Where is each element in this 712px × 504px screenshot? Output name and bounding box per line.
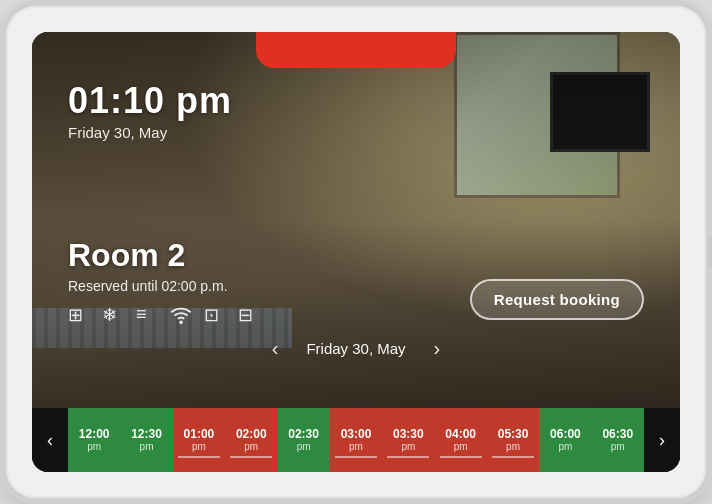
prev-date-button[interactable]: ‹ bbox=[264, 333, 287, 364]
wifi-icon bbox=[170, 304, 194, 328]
timeline-slot[interactable]: 06:30 pm bbox=[592, 408, 644, 472]
timeline-slot[interactable]: 05:30 pm bbox=[487, 408, 539, 472]
room-info: Room 2 Reserved until 02:00 p.m. ⊞ ❄ ≡ bbox=[68, 237, 262, 328]
screen: 01:10 pm Friday 30, May Room 2 Reserved … bbox=[32, 32, 680, 472]
timeline-slot[interactable]: 12:00 pm bbox=[68, 408, 120, 472]
timeline-slots: 12:00 pm 12:30 pm 01:00 pm 02:00 pm 02:3… bbox=[68, 408, 644, 472]
ac-icon: ❄ bbox=[102, 304, 126, 328]
svg-point-0 bbox=[180, 321, 182, 323]
device-frame: 01:10 pm Friday 30, May Room 2 Reserved … bbox=[0, 0, 712, 504]
screen-icon: ⊡ bbox=[204, 304, 228, 328]
current-time: 01:10 pm bbox=[68, 80, 232, 122]
timeline-slot[interactable]: 06:00 pm bbox=[539, 408, 591, 472]
radiator-icon: ≡ bbox=[136, 304, 160, 328]
projector-icon: ⊟ bbox=[238, 304, 262, 328]
timeline-prev-button[interactable]: ‹ bbox=[32, 408, 68, 472]
nav-date-label: Friday 30, May bbox=[306, 340, 405, 357]
timeline: ‹ 12:00 pm 12:30 pm 01:00 pm 02:00 pm 02… bbox=[32, 408, 680, 472]
room-name: Room 2 bbox=[68, 237, 262, 274]
timeline-next-button[interactable]: › bbox=[644, 408, 680, 472]
time-info: 01:10 pm Friday 30, May bbox=[68, 80, 232, 141]
top-status-bar bbox=[256, 32, 456, 68]
timeline-slot[interactable]: 12:30 pm bbox=[120, 408, 172, 472]
date-navigation: ‹ Friday 30, May › bbox=[32, 333, 680, 364]
timeline-slot[interactable]: 01:00 pm bbox=[173, 408, 225, 472]
current-date: Friday 30, May bbox=[68, 124, 232, 141]
request-booking-button[interactable]: Request booking bbox=[470, 279, 644, 320]
timeline-slot[interactable]: 03:00 pm bbox=[330, 408, 382, 472]
timeline-slot[interactable]: 02:30 pm bbox=[277, 408, 329, 472]
timeline-slot[interactable]: 02:00 pm bbox=[225, 408, 277, 472]
amenities-bar: ⊞ ❄ ≡ ⊡ ⊟ bbox=[68, 304, 262, 328]
room-status: Reserved until 02:00 p.m. bbox=[68, 278, 262, 294]
room-view: 01:10 pm Friday 30, May Room 2 Reserved … bbox=[32, 32, 680, 408]
timeline-slot[interactable]: 04:00 pm bbox=[435, 408, 487, 472]
next-date-button[interactable]: › bbox=[426, 333, 449, 364]
timeline-slot[interactable]: 03:30 pm bbox=[382, 408, 434, 472]
heating-icon: ⊞ bbox=[68, 304, 92, 328]
